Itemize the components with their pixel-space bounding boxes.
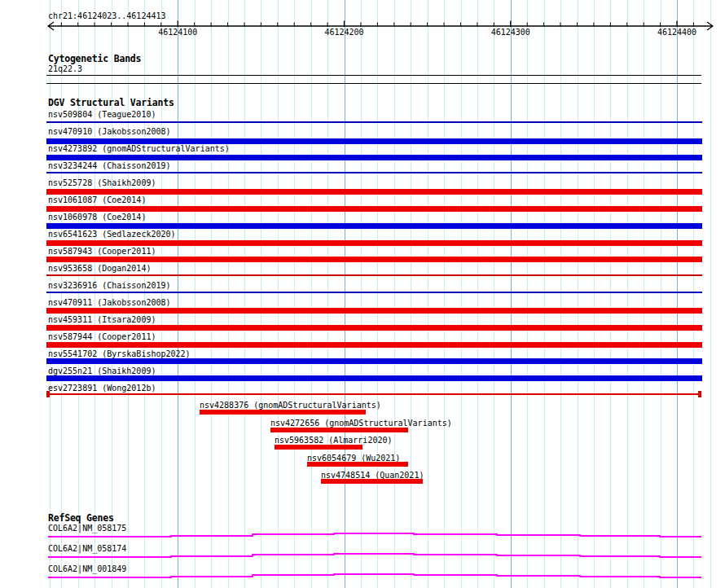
variant-label[interactable]: nsv4288376 (gnomADStructuralVariants) [200,401,381,410]
gridline [345,0,345,588]
variant-label[interactable]: nsv6541623 (Sedlazeck2020) [48,230,176,239]
variant-label[interactable]: nsv459311 (Itsara2009) [48,315,156,324]
variant-bar[interactable] [46,189,702,195]
gridline [361,0,362,588]
variant-label[interactable]: nsv953658 (Dogan2014) [48,264,151,273]
gridline [578,0,578,588]
variant-label[interactable]: nsv3236916 (Chaisson2019) [48,281,171,290]
variant-label[interactable]: nsv587943 (Cooper2011) [48,247,156,256]
gridline [78,0,79,588]
variant-endpoint[interactable] [698,391,701,397]
gridline [294,0,295,588]
gridline [677,0,678,588]
ruler-tick-label: 46124200 [320,28,369,37]
gridline [477,0,478,588]
gridline [394,0,395,588]
variant-bar[interactable] [46,292,702,293]
variant-label[interactable]: nsv587944 (Cooper2011) [48,332,156,341]
gridline [560,0,561,588]
variant-bar[interactable] [270,428,408,432]
gridline [195,0,196,588]
variant-bar[interactable] [307,462,408,467]
variant-bar[interactable] [46,274,702,276]
variant-bar[interactable] [275,445,362,450]
gene-line[interactable] [48,554,701,557]
gridline [228,0,229,588]
gene-lines-layer [0,0,725,588]
gridline [594,0,595,588]
gridline [112,0,112,588]
cytogenetic-track-title: Cytogenetic Bands [48,54,141,64]
variant-label[interactable]: nsv3234244 (Chaisson2019) [48,161,171,170]
gene-label[interactable]: COL6A2|NM_058175 [48,524,126,533]
gridline [661,0,661,588]
variant-label[interactable]: nsv470910 (Jakobsson2008) [48,127,171,136]
gridline [50,0,51,588]
variant-bar[interactable] [46,240,702,246]
gridline [627,0,628,588]
variant-bar[interactable] [46,393,701,395]
cytoband-box [46,75,701,84]
variant-bar[interactable] [46,172,702,173]
gridline [377,0,378,588]
gridline [144,0,145,588]
region-label: chr21:46124023..46124413 [48,11,166,20]
variant-bar[interactable] [46,223,702,229]
gridline [261,0,261,588]
variant-bar[interactable] [46,325,702,331]
variant-bar[interactable] [46,155,702,160]
refseq-track-title: RefSeq Genes [48,513,114,523]
gridline [710,0,711,588]
gridline [444,0,445,588]
variant-bar[interactable] [46,358,702,364]
gridline [94,0,95,588]
gridline [527,0,528,588]
variant-label[interactable]: nsv5963582 (Almarri2020) [275,436,393,445]
variant-label[interactable]: nsv509804 (Teague2010) [48,110,156,119]
gridline [610,0,611,588]
variant-label[interactable]: nsv1060978 (Coe2014) [48,213,146,222]
ruler-tick-label: 46124100 [153,28,202,37]
gridline [428,0,428,588]
variant-label[interactable]: nsv4273892 (gnomADStructuralVariants) [48,144,230,153]
gridline [327,0,328,588]
variant-label[interactable]: nsv4272656 (gnomADStructuralVariants) [270,419,452,428]
variant-bar[interactable] [46,257,702,262]
gridline [494,0,494,588]
gridline [693,0,694,588]
gridline [211,0,212,588]
variant-bar[interactable] [321,479,423,484]
gridline [644,0,644,588]
variant-endpoint[interactable] [46,391,50,397]
dgv-track-title: DGV Structural Variants [48,98,174,108]
variant-bar[interactable] [46,375,702,381]
gene-line[interactable] [48,533,701,537]
variant-bar[interactable] [200,410,366,415]
variant-bar[interactable] [46,121,702,123]
variant-bar[interactable] [46,138,702,144]
gene-label[interactable]: COL6A2|NM_058174 [48,544,126,553]
gridline [178,0,178,588]
variant-bar[interactable] [46,206,702,212]
gridline [61,0,62,588]
gene-label[interactable]: COL6A2|NM_001849 [48,564,126,573]
gridline [411,0,411,588]
variant-label[interactable]: nsv525728 (Shaikh2009) [48,178,156,187]
genome-browser: chr21:46124023..46124413 461241004612420… [0,0,725,588]
variant-bar[interactable] [46,342,702,348]
variant-label[interactable]: dgv255n21 (Shaikh2009) [48,366,156,375]
ruler-tick-label: 46124400 [652,28,701,37]
gridline [278,0,279,588]
variant-label[interactable]: nsv1061087 (Coe2014) [48,195,146,204]
gene-line[interactable] [48,574,701,577]
gridline [511,0,512,588]
gridline [461,0,462,588]
variant-label[interactable]: nsv470911 (Jakobsson2008) [48,298,171,307]
variant-label[interactable]: nsv5541702 (ByrskaBishop2022) [48,349,191,358]
ruler-tick-label: 46124300 [486,28,535,37]
gridline [161,0,162,588]
variant-bar[interactable] [46,308,702,314]
gridline [311,0,312,588]
cytoband-label: 21q22.3 [48,64,82,73]
variant-label[interactable]: esv2723891 (Wong2012b) [48,384,156,393]
